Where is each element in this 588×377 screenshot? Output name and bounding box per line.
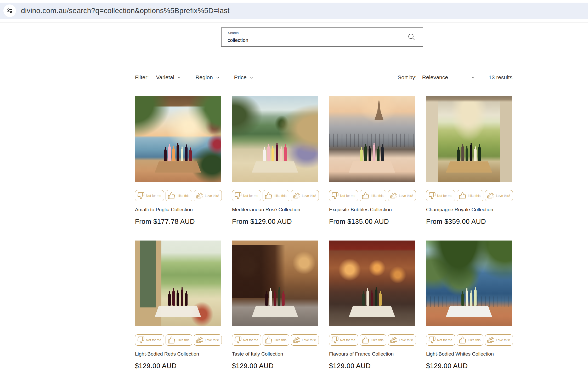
feedback-button-love-this[interactable]: Love this! [194,334,222,346]
feedback-button-i-like-this[interactable]: I like this [166,334,192,346]
sort-by-select[interactable]: Relevance [422,74,476,81]
thumbs-up-icon [265,336,272,344]
feedback-button-not-for-me[interactable]: Not for me [232,190,261,201]
wine-bottle [461,294,464,306]
product-title-link[interactable]: Champagne Royale Collection [426,207,512,213]
feedback-button-i-like-this[interactable]: I like this [166,190,192,201]
wine-bottle [470,293,472,306]
wine-bottle [185,293,188,306]
wine-bottle [181,149,183,161]
wine-bottles [426,241,512,326]
product-card: Not for meI like thisLove this! Flavours… [329,241,415,377]
feedback-button-row: Not for meI like thisLove this! [135,334,221,346]
search-input[interactable]: collection [228,37,248,43]
product-title-link[interactable]: Taste of Italy Collection [232,351,318,357]
wine-bottle [181,289,183,306]
wine-bottle [457,149,460,161]
product-price: From $129.00 AUD [232,218,318,225]
feedback-button-not-for-me[interactable]: Not for me [426,334,455,346]
wine-bottle [369,148,371,161]
product-title-link[interactable]: Amalfi to Puglia Collection [135,207,221,213]
wine-bottle [274,293,276,306]
product-title-link[interactable]: Light-Bodied Reds Collection [135,351,221,357]
product-image[interactable] [232,241,318,326]
product-image[interactable] [232,96,318,182]
feedback-button-love-this[interactable]: Love this! [291,190,319,201]
feedback-button-row: Not for meI like thisLove this! [329,334,415,346]
wine-bottle [375,289,377,306]
site-info-button[interactable] [3,4,16,17]
filter-dropdown-price[interactable]: Price [234,74,254,81]
wine-bottle [189,150,192,161]
feedback-button-label: I like this [177,194,189,198]
url-text[interactable]: divino.com.au/search?q=collection&option… [21,7,230,15]
feedback-button-i-like-this[interactable]: I like this [457,190,483,201]
double-thumbs-up-icon [293,192,301,199]
product-image[interactable] [329,96,415,182]
chevron-down-icon [177,75,182,80]
feedback-button-i-like-this[interactable]: I like this [457,334,483,346]
product-title-link[interactable]: Light-Bodied Whites Collection [426,351,512,357]
feedback-button-love-this[interactable]: Love this! [485,334,513,346]
double-thumbs-up-icon [487,336,495,344]
feedback-button-love-this[interactable]: Love this! [291,334,319,346]
wine-bottle [280,149,282,161]
sort-by-value: Relevance [422,74,448,81]
feedback-button-label: Love this! [496,194,510,198]
wine-bottle [172,148,175,161]
search-submit-button[interactable] [406,32,417,42]
feedback-button-i-like-this[interactable]: I like this [263,190,289,201]
feedback-button-not-for-me[interactable]: Not for me [232,334,261,346]
feedback-button-not-for-me[interactable]: Not for me [426,190,455,201]
chrome-divider [0,22,588,22]
feedback-button-row: Not for meI like thisLove this! [426,334,512,346]
feedback-button-love-this[interactable]: Love this! [388,190,416,201]
double-thumbs-up-icon [196,192,203,199]
feedback-button-love-this[interactable]: Love this! [194,190,222,201]
product-image[interactable] [135,241,221,326]
filter-dropdown-varietal[interactable]: Varietal [156,74,182,81]
filter-dropdown-region[interactable]: Region [195,74,220,81]
product-title-link[interactable]: Mediterranean Rosé Collection [232,207,318,213]
double-thumbs-up-icon [390,192,398,199]
wine-bottle [373,145,375,161]
chevron-down-icon [249,75,254,80]
wine-bottle [474,289,477,306]
feedback-button-label: Not for me [243,338,258,342]
browser-address-bar[interactable]: divino.com.au/search?q=collection&option… [0,3,588,19]
feedback-button-love-this[interactable]: Love this! [485,190,513,201]
double-thumbs-up-icon [487,192,495,199]
product-card: Not for meI like thisLove this! Light-Bo… [135,241,221,377]
feedback-button-not-for-me[interactable]: Not for me [329,334,358,346]
feedback-button-label: Not for me [340,338,355,342]
product-title-link[interactable]: Exquisite Bubbles Collection [329,207,415,213]
product-image[interactable] [135,96,221,182]
product-card: Not for meI like thisLove this! Mediterr… [232,96,318,241]
feedback-button-i-like-this[interactable]: I like this [263,334,289,346]
feedback-button-label: Love this! [496,338,510,342]
double-thumbs-up-icon [293,336,301,344]
thumbs-down-icon [234,192,242,199]
wine-bottles [426,96,512,182]
product-image[interactable] [426,96,512,182]
feedback-button-not-for-me[interactable]: Not for me [329,190,358,201]
wine-bottles [135,96,221,182]
search-box[interactable]: Search collection [221,27,423,47]
feedback-button-label: Not for me [146,194,161,198]
wine-bottle [272,148,274,161]
wine-bottle [269,290,272,306]
wine-bottle [379,293,382,306]
feedback-button-label: I like this [177,338,189,342]
feedback-button-not-for-me[interactable]: Not for me [135,334,164,346]
product-card: Not for meI like thisLove this! Taste of… [232,241,318,377]
feedback-button-love-this[interactable]: Love this! [388,334,416,346]
feedback-button-i-like-this[interactable]: I like this [360,334,386,346]
product-title-link[interactable]: Flavours of France Collection [329,351,415,357]
product-image[interactable] [329,241,415,326]
feedback-button-i-like-this[interactable]: I like this [360,190,386,201]
product-image[interactable] [426,241,512,326]
feedback-button-not-for-me[interactable]: Not for me [135,190,164,201]
feedback-button-label: I like this [468,338,480,342]
results-count: 13 results [489,74,512,81]
wine-bottle [466,148,468,161]
